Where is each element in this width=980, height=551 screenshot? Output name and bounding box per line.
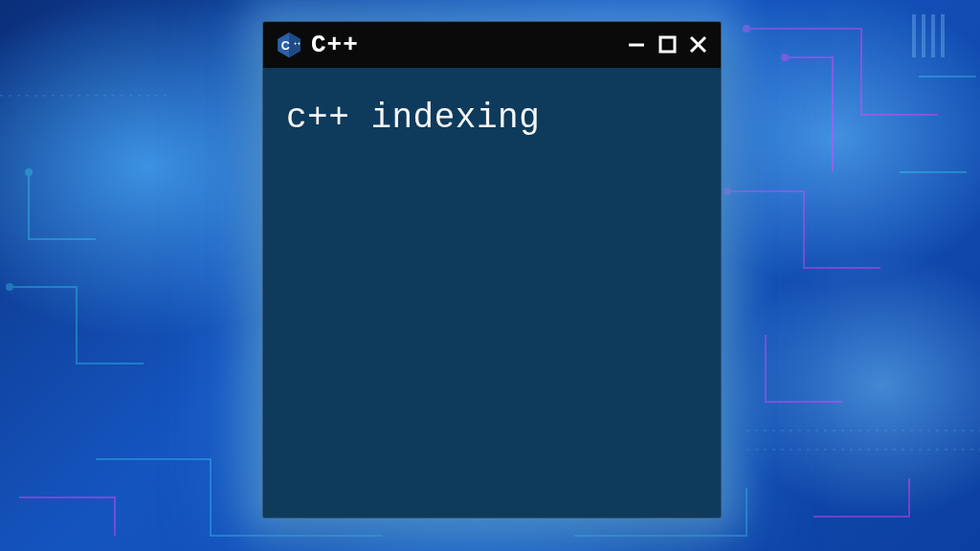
code-text: c++ indexing: [286, 99, 698, 138]
svg-text:C: C: [281, 39, 290, 53]
svg-rect-15: [660, 37, 675, 52]
window-controls: [627, 34, 709, 55]
minimize-button[interactable]: [627, 34, 648, 55]
svg-point-2: [724, 188, 730, 194]
cpp-logo-icon: C + +: [275, 31, 303, 59]
svg-text:+: +: [298, 40, 301, 46]
svg-point-3: [7, 284, 12, 290]
close-button[interactable]: [688, 34, 709, 55]
svg-point-1: [782, 55, 788, 60]
app-window: C + + C++ c++ indexing: [262, 21, 722, 518]
svg-point-4: [26, 169, 32, 175]
svg-point-0: [744, 26, 749, 32]
maximize-button[interactable]: [657, 34, 679, 55]
titlebar[interactable]: C + + C++: [263, 22, 721, 68]
window-title: C++: [311, 31, 359, 59]
window-content: c++ indexing: [263, 68, 721, 518]
